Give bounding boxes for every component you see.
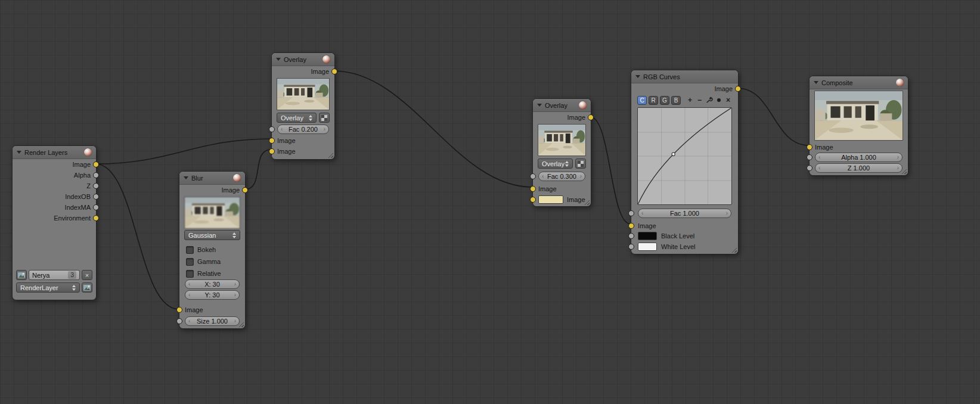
- node-header-overlay-2[interactable]: Overlay: [533, 99, 591, 112]
- node-wire[interactable]: [244, 150, 271, 189]
- node-overlay-2[interactable]: Overlay Image Overlay Fac 0.300 Ima: [532, 98, 591, 207]
- unlink-button[interactable]: ×: [82, 270, 92, 280]
- relative-checkbox[interactable]: [186, 270, 194, 278]
- node-render-layers[interactable]: Render Layers Image Alpha Z IndexOB Inde…: [12, 145, 97, 300]
- collapse-triangle-icon[interactable]: [814, 81, 818, 84]
- socket-input-size[interactable]: [176, 318, 182, 324]
- wrench-tools-button[interactable]: [705, 96, 713, 105]
- blend-mode-dropdown[interactable]: Overlay: [538, 159, 573, 169]
- size-row: Size 1.000: [184, 316, 240, 326]
- render-image-icon: [83, 285, 91, 291]
- alpha-checker-button[interactable]: [575, 159, 586, 169]
- channel-c-button[interactable]: C: [637, 96, 647, 105]
- socket-output-environment[interactable]: [93, 215, 99, 221]
- socket-input-fac[interactable]: [628, 210, 634, 216]
- node-header-rgb-curves[interactable]: RGB Curves: [631, 70, 738, 83]
- socket-input-white-level[interactable]: [628, 244, 634, 250]
- checkerboard-icon: [321, 115, 327, 121]
- filter-type-dropdown[interactable]: Gaussian: [184, 230, 240, 240]
- preview-sphere-icon[interactable]: [896, 79, 904, 86]
- node-wire[interactable]: [590, 117, 631, 224]
- scene-browse-button[interactable]: [16, 270, 27, 280]
- socket-input-image-2[interactable]: [530, 197, 536, 203]
- socket-input-fac[interactable]: [269, 126, 275, 132]
- node-header-overlay-1[interactable]: Overlay: [272, 53, 334, 66]
- fac-slider[interactable]: Fac 1.000: [638, 209, 731, 218]
- black-level-swatch[interactable]: [638, 232, 657, 240]
- socket-input-image[interactable]: [628, 223, 634, 229]
- socket-input-image-2[interactable]: [269, 148, 275, 154]
- node-wire[interactable]: [737, 88, 809, 145]
- curve-control-point[interactable]: [672, 153, 675, 156]
- render-layer-dropdown[interactable]: RenderLayer: [16, 282, 80, 293]
- node-blur[interactable]: Blur Image Gaussian Bokeh Gamma Relative: [179, 171, 246, 329]
- fac-slider[interactable]: Fac 0.200: [277, 125, 329, 134]
- node-composite[interactable]: Composite Image Alpha 1.000 Z 1.000: [809, 76, 908, 176]
- scene-icon: [18, 272, 25, 278]
- collapse-triangle-icon[interactable]: [17, 151, 21, 154]
- node-wire[interactable]: [334, 71, 532, 187]
- delete-points-button[interactable]: ×: [724, 96, 732, 105]
- x-size-slider[interactable]: X: 30: [185, 279, 240, 289]
- collapse-triangle-icon[interactable]: [635, 75, 640, 78]
- socket-label: IndexMA: [65, 204, 91, 211]
- users-count-badge[interactable]: 3: [68, 271, 76, 279]
- socket-input-image-1[interactable]: [269, 138, 275, 144]
- blend-mode-dropdown[interactable]: Overlay: [277, 113, 317, 123]
- curve-canvas[interactable]: [638, 108, 731, 204]
- socket-output-image[interactable]: [331, 69, 337, 74]
- node-header-render-layers[interactable]: Render Layers: [13, 146, 96, 159]
- alpha-slider[interactable]: Alpha 1.000: [815, 153, 903, 162]
- socket-output-indexma[interactable]: [93, 204, 99, 210]
- socket-output-image[interactable]: [93, 161, 99, 167]
- white-level-swatch[interactable]: [638, 243, 657, 251]
- z-slider[interactable]: Z 1.000: [815, 163, 903, 173]
- zoom-out-button[interactable]: −: [696, 96, 703, 105]
- node-header-blur[interactable]: Blur: [179, 172, 245, 185]
- rerender-button[interactable]: [82, 282, 92, 293]
- socket-input-image-1[interactable]: [530, 186, 536, 192]
- node-wire[interactable]: [95, 139, 271, 164]
- alpha-checker-button[interactable]: [319, 113, 330, 123]
- socket-input-image[interactable]: [176, 307, 182, 313]
- scene-name-field[interactable]: Nerya 3: [29, 270, 80, 280]
- socket-input-z[interactable]: [807, 165, 812, 171]
- preview-sphere-icon[interactable]: [579, 101, 587, 109]
- socket-output-z[interactable]: [93, 183, 99, 189]
- socket-output-image[interactable]: [242, 187, 248, 193]
- node-header-composite[interactable]: Composite: [810, 76, 908, 89]
- node-wire[interactable]: [95, 164, 179, 309]
- node-title: Overlay: [284, 56, 320, 63]
- socket-input-alpha[interactable]: [807, 154, 812, 160]
- preview-sphere-icon[interactable]: [84, 148, 92, 156]
- bokeh-checkbox[interactable]: [186, 246, 194, 254]
- size-slider[interactable]: Size 1.000: [185, 316, 240, 326]
- output-row-environment: Environment: [13, 213, 96, 223]
- channel-g-button[interactable]: G: [660, 96, 669, 105]
- channel-b-button[interactable]: B: [671, 96, 681, 105]
- preview-sphere-icon[interactable]: [233, 174, 241, 182]
- fac-slider[interactable]: Fac 0.300: [538, 172, 585, 181]
- node-overlay-1[interactable]: Overlay Image Overlay Fac 0.200 Ima: [271, 52, 335, 160]
- socket-output-indexob[interactable]: [93, 194, 99, 200]
- socket-input-black-level[interactable]: [628, 233, 634, 239]
- y-size-slider[interactable]: Y: 30: [185, 290, 240, 300]
- node-rgb-curves[interactable]: RGB Curves Image C R G B + − ×: [631, 70, 739, 254]
- node-editor-canvas[interactable]: Render Layers Image Alpha Z IndexOB Inde…: [0, 0, 980, 404]
- collapse-triangle-icon[interactable]: [184, 176, 188, 179]
- collapse-triangle-icon[interactable]: [537, 104, 542, 107]
- gamma-checkbox[interactable]: [186, 258, 194, 266]
- preview-sphere-icon[interactable]: [322, 55, 330, 63]
- socket-output-alpha[interactable]: [93, 172, 99, 178]
- socket-input-fac[interactable]: [530, 173, 536, 179]
- clipping-options-button[interactable]: [715, 96, 722, 105]
- socket-output-image[interactable]: [735, 86, 741, 92]
- collapse-triangle-icon[interactable]: [276, 58, 281, 61]
- socket-input-image[interactable]: [807, 144, 812, 150]
- image-color-swatch[interactable]: [538, 195, 563, 204]
- channel-r-button[interactable]: R: [649, 96, 658, 105]
- rgb-curve-editor[interactable]: [637, 107, 732, 205]
- socket-output-image[interactable]: [588, 114, 594, 120]
- output-row-indexob: IndexOB: [13, 191, 96, 202]
- zoom-in-button[interactable]: +: [686, 96, 694, 105]
